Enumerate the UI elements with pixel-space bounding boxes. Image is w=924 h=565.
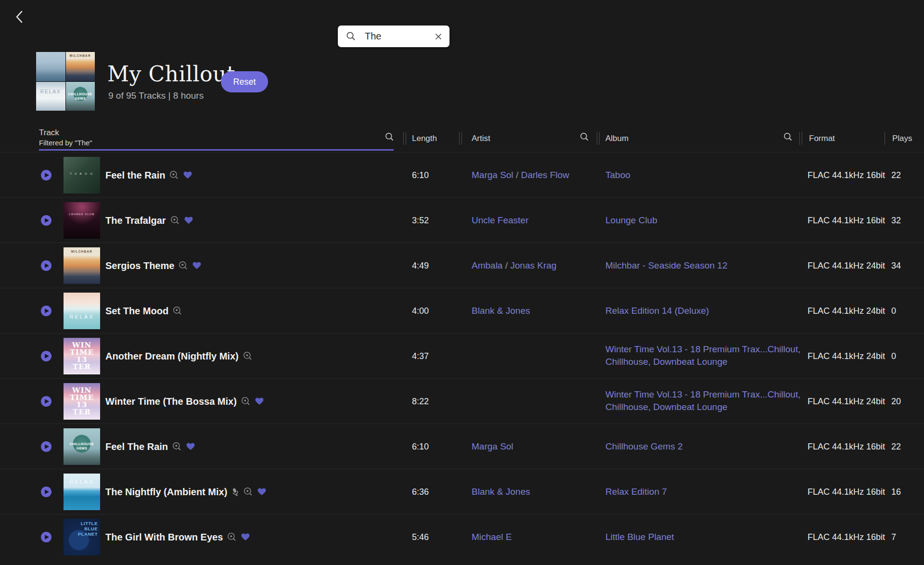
favorite-icon[interactable] xyxy=(186,443,195,450)
play-button[interactable] xyxy=(41,532,51,542)
track-row[interactable]: LOUNGE CLUB The Trafalgar 3:52 Uncle Fea… xyxy=(0,197,924,243)
album-art[interactable]: MILCHBAR xyxy=(64,247,100,284)
play-count: 0 xyxy=(891,306,896,316)
column-divider xyxy=(406,132,406,145)
favorite-icon[interactable] xyxy=(192,262,201,270)
artist-link[interactable]: Blank & Jones xyxy=(472,487,530,497)
track-info-icon[interactable] xyxy=(244,487,253,497)
track-row[interactable]: CHILLHOUSEGEMS Feel The Rain 6:10 Marga … xyxy=(0,424,924,469)
track-title[interactable]: Another Dream (Nightfly Mix) xyxy=(105,351,239,362)
album-link[interactable]: Relax Edition 14 (Deluxe) xyxy=(605,304,808,317)
track-artists: Marga Sol xyxy=(472,441,599,452)
track-list: T A B O O Feel the Rain 6:10 Marga Sol /… xyxy=(0,152,924,559)
album-link[interactable]: Winter Time Vol.13 - 18 Premium Trax...C… xyxy=(605,343,808,369)
column-header-format[interactable]: Format xyxy=(809,134,835,143)
column-header-track[interactable]: Track Filtered by "The" xyxy=(39,128,92,147)
artist-link[interactable]: Marga Sol xyxy=(472,441,513,451)
search-input[interactable] xyxy=(365,31,423,42)
album-art[interactable]: RELAX xyxy=(64,474,100,510)
play-button[interactable] xyxy=(41,170,51,180)
play-count: 0 xyxy=(891,351,896,361)
album-art[interactable]: T A B O O xyxy=(64,157,100,193)
play-count: 22 xyxy=(891,441,901,451)
album-column-search-icon[interactable] xyxy=(783,132,793,143)
track-format: FLAC 44.1kHz 16bit xyxy=(808,487,885,497)
track-format: FLAC 44.1kHz 24bit xyxy=(808,396,885,406)
album-art[interactable]: LITTLEBLUEPLANET xyxy=(64,519,100,555)
track-title[interactable]: The Trafalgar xyxy=(105,215,166,226)
track-column-search-icon[interactable] xyxy=(385,132,394,143)
album-art[interactable]: WINTIME 13TER xyxy=(64,338,100,374)
track-row[interactable]: RELAX The Nightfly (Ambient Mix) 6:36 Bl… xyxy=(0,469,924,514)
album-link[interactable]: Little Blue Planet xyxy=(605,530,808,543)
favorite-icon[interactable] xyxy=(184,217,193,224)
artist-column-search-icon[interactable] xyxy=(580,132,589,143)
track-title[interactable]: Feel The Rain xyxy=(105,441,168,452)
play-button[interactable] xyxy=(41,306,51,316)
reset-filter-button[interactable]: Reset xyxy=(221,71,268,92)
track-artists: Michael E xyxy=(472,532,599,542)
favorite-icon[interactable] xyxy=(257,488,266,496)
favorite-icon[interactable] xyxy=(255,398,264,405)
clear-search-icon[interactable] xyxy=(435,33,442,40)
play-button[interactable] xyxy=(41,260,51,271)
album-link[interactable]: Relax Edition 7 xyxy=(605,485,808,498)
play-button[interactable] xyxy=(41,351,51,361)
column-header-album[interactable]: Album xyxy=(605,134,629,143)
track-info-icon[interactable] xyxy=(172,442,182,451)
track-row[interactable]: MILCHBAR Sergios Theme 4:49 Ambala / Jon… xyxy=(0,243,924,288)
filter-search-box[interactable] xyxy=(338,26,449,47)
track-title[interactable]: The Girl With Brown Eyes xyxy=(105,532,223,543)
album-link[interactable]: Taboo xyxy=(605,168,808,181)
play-icon xyxy=(41,170,51,180)
artist-link[interactable]: Darles Flow xyxy=(521,170,569,180)
artist-link[interactable]: Ambala xyxy=(472,260,502,270)
track-info-icon[interactable] xyxy=(170,216,180,225)
track-title[interactable]: The Nightfly (Ambient Mix) xyxy=(105,487,227,498)
play-button[interactable] xyxy=(41,215,51,226)
album-link[interactable]: Winter Time Vol.13 - 18 Premium Trax...C… xyxy=(605,388,808,414)
track-title[interactable]: Set The Mood xyxy=(105,306,168,317)
album-link[interactable]: Milchbar - Seaside Season 12 xyxy=(605,259,808,272)
track-info-icon[interactable] xyxy=(241,397,251,406)
play-button[interactable] xyxy=(41,441,51,452)
play-count: 16 xyxy=(891,487,901,497)
track-title[interactable]: Sergios Theme xyxy=(105,260,174,271)
column-header-plays[interactable]: Plays xyxy=(892,134,912,143)
album-art[interactable]: WINTIME 13TER xyxy=(64,383,100,420)
column-divider xyxy=(799,132,800,145)
track-row[interactable]: RELAX Set The Mood 4:00 Blank & Jones Re… xyxy=(0,288,924,333)
artist-link[interactable]: Jonas Krag xyxy=(510,260,556,270)
favorite-icon[interactable] xyxy=(241,533,250,541)
track-info-icon[interactable] xyxy=(227,532,237,542)
track-row[interactable]: WINTIME 13TER Another Dream (Nightfly Mi… xyxy=(0,333,924,378)
track-length: 6:36 xyxy=(412,487,429,497)
artist-link[interactable]: Marga Sol xyxy=(472,170,513,180)
track-artists: Blank & Jones xyxy=(472,487,599,497)
track-length: 4:49 xyxy=(412,260,429,270)
artist-link[interactable]: Blank & Jones xyxy=(472,306,530,316)
album-link[interactable]: Lounge Club xyxy=(605,214,808,227)
favorite-icon[interactable] xyxy=(183,171,192,179)
column-header-artist[interactable]: Artist xyxy=(472,134,490,143)
track-row[interactable]: LITTLEBLUEPLANET The Girl With Brown Eye… xyxy=(0,514,924,559)
cover-tile xyxy=(36,52,65,81)
track-row[interactable]: WINTIME 13TER Winter Time (The Bossa Mix… xyxy=(0,378,924,424)
album-art[interactable]: CHILLHOUSEGEMS xyxy=(64,428,100,465)
back-button[interactable] xyxy=(14,10,28,25)
album-art[interactable]: RELAX xyxy=(64,293,100,329)
track-title[interactable]: Winter Time (The Bossa Mix) xyxy=(105,396,237,407)
play-button[interactable] xyxy=(41,487,51,497)
track-title[interactable]: Feel the Rain xyxy=(105,170,165,181)
track-info-icon[interactable] xyxy=(169,170,179,180)
album-art[interactable]: LOUNGE CLUB xyxy=(64,202,100,239)
track-info-icon[interactable] xyxy=(243,351,253,361)
album-link[interactable]: Chillhouse Gems 2 xyxy=(605,440,808,453)
track-row[interactable]: T A B O O Feel the Rain 6:10 Marga Sol /… xyxy=(0,152,924,197)
column-header-length[interactable]: Length xyxy=(412,134,437,143)
track-info-icon[interactable] xyxy=(179,261,188,270)
track-info-icon[interactable] xyxy=(173,306,182,316)
play-button[interactable] xyxy=(41,396,51,407)
artist-link[interactable]: Michael E xyxy=(472,532,512,542)
artist-link[interactable]: Uncle Feaster xyxy=(472,215,528,225)
